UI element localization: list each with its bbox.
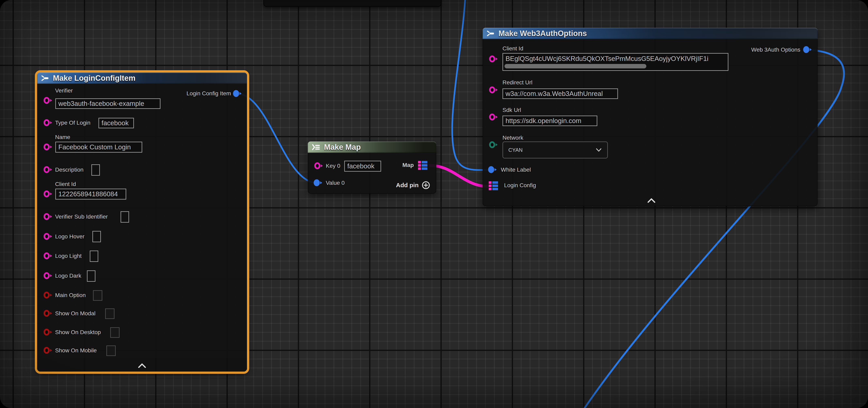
network-dropdown-value: CYAN <box>508 147 523 153</box>
wire-login-config-item-to-value0 <box>237 94 317 183</box>
pin-map-output[interactable] <box>418 161 427 170</box>
redirect-url-field[interactable]: w3a://com.w3a.Web3AuthUnreal <box>502 89 618 99</box>
pin-label-main-option: Main Option <box>55 292 86 299</box>
pin-main-option[interactable] <box>43 292 50 299</box>
pin-logo-dark[interactable] <box>43 272 50 279</box>
pin-label-verifier-sub-identifier: Verifier Sub Identifier <box>55 213 108 220</box>
verifier-field[interactable]: web3auth-facebook-example <box>55 98 160 109</box>
sdk-url-field[interactable]: https://sdk.openlogin.com <box>502 115 597 126</box>
add-pin-label: Add pin <box>396 182 418 189</box>
show-on-modal-checkbox[interactable] <box>105 308 115 319</box>
pin-value-0[interactable] <box>314 179 320 186</box>
type-of-login-field[interactable]: facebook <box>98 118 134 128</box>
pin-logo-light[interactable] <box>43 252 50 259</box>
pin-name[interactable] <box>43 143 50 150</box>
pin-label-sdk-url: Sdk Url <box>502 107 521 113</box>
pin-label-type-of-login: Type Of Login <box>55 120 90 126</box>
pin-login-config[interactable] <box>489 181 498 190</box>
verifier-sub-identifier-field[interactable] <box>121 211 129 223</box>
make-container-icon <box>311 143 321 151</box>
node-title: Make LoginConfigItem <box>53 74 135 82</box>
pin-description[interactable] <box>43 166 50 173</box>
node-title: Make Web3AuthOptions <box>498 29 587 38</box>
make-struct-icon <box>486 30 495 37</box>
pin-label-show-on-mobile: Show On Mobile <box>55 347 97 354</box>
pin-key-0[interactable] <box>314 162 320 169</box>
pin-label-value-0: Value 0 <box>326 180 345 186</box>
make-struct-icon <box>41 75 50 81</box>
wire-map-to-login-config <box>429 166 489 186</box>
pin-label-key-0: Key 0 <box>326 163 340 169</box>
pin-label-client-id: Client Id <box>502 45 523 52</box>
pin-label-show-on-modal: Show On Modal <box>55 310 95 317</box>
pin-show-on-mobile[interactable] <box>43 347 50 354</box>
pin-label-web3auth-options: Web 3Auth Options <box>740 46 800 53</box>
pin-redirect-url[interactable] <box>489 87 495 93</box>
pin-label-white-label: White Label <box>501 167 531 173</box>
add-pin-plus-icon <box>422 181 430 190</box>
pin-network[interactable] <box>489 141 495 148</box>
pin-label-redirect-url: Redirect Url <box>502 79 532 86</box>
client-id-field[interactable]: 1222658941886084 <box>55 189 126 200</box>
node-make-loginconfigitem[interactable]: Make LoginConfigItem <box>37 72 247 372</box>
pin-client-id[interactable] <box>43 191 50 197</box>
pin-label-description: Description <box>55 167 84 173</box>
pin-label-show-on-desktop: Show On Desktop <box>55 329 101 336</box>
pin-web3auth-options-output[interactable] <box>803 46 809 53</box>
collapse-chevron-icon[interactable] <box>137 363 147 369</box>
pin-sdk-url[interactable] <box>489 113 495 121</box>
pin-verifier[interactable] <box>43 97 50 104</box>
pin-login-config-item-output[interactable] <box>233 90 239 97</box>
pin-label-login-config: Login Config <box>504 182 536 189</box>
key-0-field[interactable]: facebook <box>344 161 381 172</box>
pin-label-logo-light: Logo Light <box>55 253 82 259</box>
pin-label-network: Network <box>502 135 523 141</box>
collapse-chevron-icon[interactable] <box>647 198 656 204</box>
blueprint-canvas[interactable]: Make LoginConfigItem Login Config Item V… <box>0 0 868 408</box>
logo-light-field[interactable] <box>90 250 98 262</box>
pin-show-on-modal[interactable] <box>43 310 50 317</box>
add-pin-button[interactable]: Add pin <box>385 181 430 190</box>
pin-white-label[interactable] <box>488 166 494 173</box>
pin-label-name: Name <box>55 134 70 140</box>
pin-label-logo-dark: Logo Dark <box>55 273 81 279</box>
show-on-desktop-checkbox[interactable] <box>110 327 120 338</box>
logo-dark-field[interactable] <box>87 270 95 282</box>
node-header-make-loginconfigitem[interactable]: Make LoginConfigItem <box>37 72 247 84</box>
pin-web3auth-client-id[interactable] <box>489 56 495 62</box>
network-dropdown[interactable]: CYAN <box>502 141 608 159</box>
pin-show-on-desktop[interactable] <box>43 329 50 336</box>
main-option-checkbox[interactable] <box>93 290 102 301</box>
pin-label-logo-hover: Logo Hover <box>55 233 85 240</box>
logo-hover-field[interactable] <box>92 231 101 242</box>
node-header-make-web3authoptions[interactable]: Make Web3AuthOptions <box>483 28 817 39</box>
chevron-down-icon <box>595 148 602 152</box>
client-id-scrollbar[interactable] <box>504 64 646 68</box>
node-header-make-map[interactable]: Make Map <box>308 141 436 153</box>
pin-verifier-sub-identifier[interactable] <box>43 213 50 220</box>
description-field[interactable] <box>91 164 100 176</box>
pin-logo-hover[interactable] <box>43 233 50 240</box>
show-on-mobile-checkbox[interactable] <box>106 345 116 356</box>
pin-label-map: Map <box>391 162 414 168</box>
node-partial-offscreen-top[interactable] <box>264 0 441 7</box>
pin-label-client-id: Client Id <box>55 181 76 188</box>
pin-label-login-config-item: Login Config Item <box>172 90 231 97</box>
pin-type-of-login[interactable] <box>43 119 50 126</box>
node-title: Make Map <box>324 143 361 151</box>
name-field[interactable]: Facebook Custom Login <box>55 142 142 152</box>
pin-label-verifier: Verifier <box>55 88 73 94</box>
